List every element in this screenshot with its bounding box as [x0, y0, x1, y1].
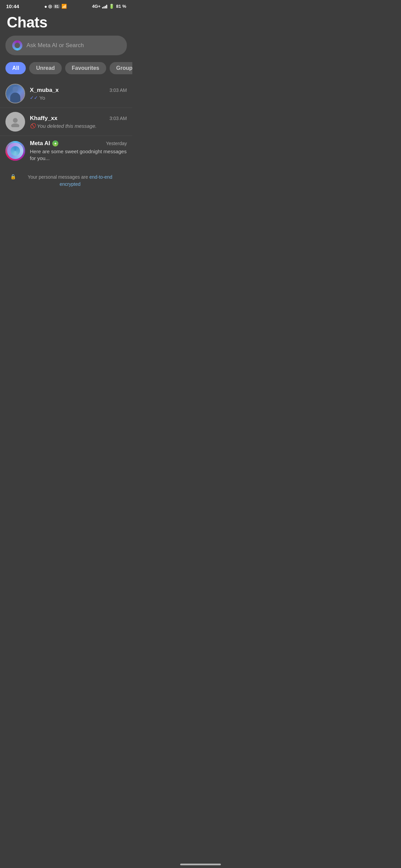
sound-icon: 📶	[61, 4, 67, 9]
deleted-message-icon: 🚫	[30, 123, 36, 129]
search-placeholder: Ask Meta AI or Search	[26, 42, 84, 49]
signal-icon	[102, 4, 107, 8]
battery-level: 81 %	[116, 4, 126, 9]
chat-item-meta-ai[interactable]: Meta AI ✦ Yesterday Here are some sweet …	[0, 136, 132, 166]
avatar-x-muba	[5, 84, 25, 103]
chat-time-khaffy: 3:03 AM	[110, 116, 127, 121]
chat-item-x-muba[interactable]: X_muba_x 3:03 AM ✓✓ Yo	[0, 80, 132, 108]
tab-all[interactable]: All	[5, 62, 26, 74]
tab-favourites[interactable]: Favourites	[65, 62, 106, 74]
encryption-notice: 🔒 Your personal messages are end-to-end …	[0, 166, 132, 193]
whatsapp-status-icon: ●	[44, 4, 47, 9]
chats-header: Chats	[0, 11, 132, 36]
chat-content-meta-ai: Meta AI ✦ Yesterday Here are some sweet …	[30, 140, 127, 162]
chat-content-khaffy: Khaffy_xx 3:03 AM 🚫 You deleted this mes…	[30, 115, 127, 129]
notification-count-badge: 81	[53, 4, 60, 9]
default-avatar-person-icon	[10, 116, 21, 127]
svg-point-1	[11, 123, 19, 127]
search-bar[interactable]: Ask Meta AI or Search	[5, 36, 127, 55]
svg-point-0	[13, 118, 18, 123]
chat-time-meta-ai: Yesterday	[106, 141, 127, 146]
chat-content-x-muba: X_muba_x 3:03 AM ✓✓ Yo	[30, 87, 127, 101]
chat-item-khaffy[interactable]: Khaffy_xx 3:03 AM 🚫 You deleted this mes…	[0, 108, 132, 136]
chat-header-row-x-muba: X_muba_x 3:03 AM	[30, 87, 127, 94]
tab-unread[interactable]: Unread	[29, 62, 61, 74]
chat-header-row-khaffy: Khaffy_xx 3:03 AM	[30, 115, 127, 122]
battery-icon: 🔋	[109, 4, 114, 9]
chat-list: X_muba_x 3:03 AM ✓✓ Yo Khaffy_xx 3:03 AM	[0, 80, 132, 166]
chat-header-row-meta-ai: Meta AI ✦ Yesterday	[30, 140, 127, 147]
chat-name-x-muba: X_muba_x	[30, 87, 59, 94]
avatar-khaffy	[5, 112, 25, 132]
tab-groups[interactable]: Groups	[110, 62, 133, 74]
shazam-icon: ◎	[48, 4, 52, 9]
status-bar: 10:44 ● ◎ 81 📶 4G+ 🔋 81 %	[0, 0, 132, 11]
double-check-icon: ✓✓	[30, 95, 38, 100]
encryption-text: Your personal messages are end-to-end en…	[18, 174, 122, 188]
chat-preview-meta-ai: Here are some sweet goodnight messages f…	[30, 148, 127, 162]
chat-preview-x-muba: ✓✓ Yo	[30, 95, 127, 101]
status-right: 4G+ 🔋 81 %	[92, 4, 126, 9]
chat-time-x-muba: 3:03 AM	[110, 87, 127, 93]
filter-tabs: All Unread Favourites Groups	[0, 61, 132, 80]
status-icons: ● ◎ 81 📶	[44, 4, 67, 9]
chat-preview-khaffy: 🚫 You deleted this message.	[30, 123, 127, 129]
meta-ai-search-icon	[12, 40, 22, 51]
meta-ai-verified-badge: ✦	[52, 140, 58, 146]
search-container[interactable]: Ask Meta AI or Search	[0, 36, 132, 61]
chat-name-khaffy: Khaffy_xx	[30, 115, 57, 122]
chat-name-meta-ai: Meta AI ✦	[30, 140, 58, 147]
page-title: Chats	[7, 14, 126, 31]
lock-icon: 🔒	[10, 174, 16, 179]
network-type: 4G+	[92, 4, 100, 9]
avatar-meta-ai	[5, 141, 25, 161]
status-time: 10:44	[6, 3, 19, 9]
